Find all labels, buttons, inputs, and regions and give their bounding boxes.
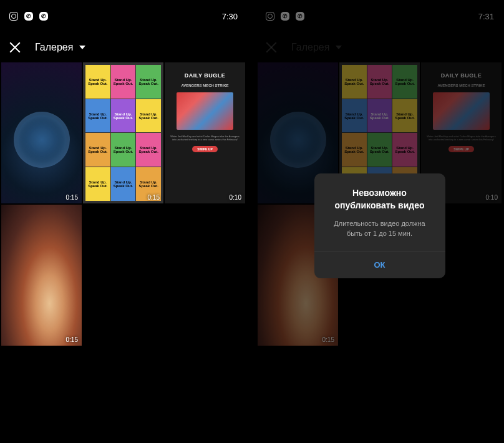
chevron-down-icon [79, 46, 85, 49]
close-icon [9, 41, 21, 54]
sticky-note: Stand Up. Speak Out. [136, 65, 161, 99]
status-notif-icons: ✆ ✆ [9, 11, 49, 21]
dialog-ok-button[interactable]: ОК [314, 251, 445, 278]
dialog-body: Длительность видео должна быть от 1 до 1… [314, 219, 445, 238]
viber-icon: ✆ [24, 11, 34, 21]
video-thumbnail[interactable]: 0:15 [1, 62, 82, 203]
status-bar: ✆ ✆ 7:30 [0, 0, 246, 32]
video-thumbnail[interactable]: DAILY BUGLE AVENGERS MECH STRIKE Writer … [165, 62, 245, 203]
instagram-icon [9, 11, 19, 21]
phone-right: ✆ ✆ 7:31 Галерея 0:15 Stand Up. Speak Ou… [256, 0, 503, 443]
error-dialog: Невозможно опубликовать видео Длительнос… [314, 173, 445, 278]
bugle-headline: AVENGERS MECH STRIKE [181, 84, 228, 87]
sticky-note: Stand Up. Speak Out. [136, 133, 161, 167]
video-duration: 0:15 [66, 194, 78, 201]
sticky-note: Stand Up. Speak Out. [136, 99, 161, 133]
bugle-image [177, 92, 233, 130]
video-duration: 0:10 [230, 194, 241, 201]
video-duration: 0:15 [66, 336, 78, 343]
sticky-note: Stand Up. Speak Out. [111, 133, 136, 167]
video-thumbnail[interactable]: 0:15 [1, 205, 82, 346]
dialog-title: Невозможно опубликовать видео [314, 187, 445, 212]
sticky-note: Stand Up. Speak Out. [85, 167, 110, 201]
bugle-caption: Writer Jed MacKay and artist Carlos Magn… [170, 135, 240, 141]
gallery-label: Галерея [35, 42, 73, 53]
video-duration: 0:15 [148, 194, 160, 201]
sticky-note: Stand Up. Speak Out. [85, 65, 110, 99]
status-time: 7:30 [222, 12, 238, 21]
close-button[interactable] [7, 40, 22, 55]
gallery-dropdown[interactable]: Галерея [35, 42, 85, 53]
sticky-note: Stand Up. Speak Out. [111, 99, 136, 133]
header: Галерея [0, 32, 246, 62]
bugle-logo: DAILY BUGLE [185, 72, 226, 79]
phone-left: ✆ ✆ 7:30 Галерея 0:15 Stand Up. Speak Ou… [0, 0, 246, 443]
sticky-note: Stand Up. Speak Out. [111, 65, 136, 99]
video-thumbnail[interactable]: Stand Up. Speak Out. Stand Up. Speak Out… [83, 62, 163, 203]
sticky-note: Stand Up. Speak Out. [111, 167, 136, 201]
media-grid: 0:15 Stand Up. Speak Out. Stand Up. Spea… [0, 62, 246, 346]
swipe-up-badge: SWIPE UP [192, 146, 217, 152]
sticky-note: Stand Up. Speak Out. [85, 133, 110, 167]
viber-icon: ✆ [39, 11, 49, 21]
sticky-note: Stand Up. Speak Out. [85, 99, 110, 133]
